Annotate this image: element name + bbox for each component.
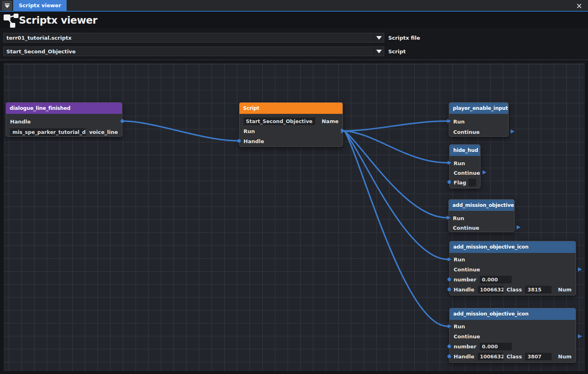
port-label-continue: Continue (453, 129, 480, 135)
port-icon1-continue-out[interactable] (578, 267, 582, 271)
port-label-run: Run (454, 323, 465, 330)
app-header: Scriptx viewer (0, 12, 588, 28)
num-label: Num (558, 354, 572, 360)
port-icon1-number-in[interactable] (448, 278, 451, 281)
node-title: hide_hud (453, 147, 478, 153)
port-label-run: Run (454, 257, 465, 263)
node-header[interactable]: add_mission_objective (449, 200, 514, 211)
node-header[interactable]: dialogue_line_finished (6, 103, 122, 114)
dropdown-arrow (374, 33, 384, 42)
port-label-handle: Handle (10, 119, 31, 125)
port-label-run: Run (453, 119, 465, 125)
page-title: Scriptx viewer (19, 14, 97, 26)
node-hide-hud[interactable]: hide_hud Run Continue Flag (449, 144, 481, 188)
field-label: Name (322, 118, 339, 124)
tab-scriptx-viewer[interactable]: Scriptx viewer (13, 0, 67, 11)
port-script-handle-in[interactable] (237, 139, 241, 143)
scriptx-file-label: Scriptx file (388, 35, 420, 41)
edge-script-run-to-player-enable-input[interactable] (345, 121, 447, 131)
port-label-flag: Flag (454, 180, 466, 186)
port-label-number: number (454, 344, 476, 350)
number-input[interactable]: 0.000 (480, 276, 512, 283)
node-dialogue-line-finished[interactable]: dialogue_line_finished Handle mis_spe_pa… (6, 102, 122, 137)
chevron-down-icon (376, 50, 382, 53)
port-label-handle: Handle (243, 138, 264, 144)
chevron-down-icon (5, 5, 10, 8)
script-name-input[interactable]: Start_Second_Objective (243, 117, 315, 125)
handle-input[interactable]: 1006632971 (478, 286, 503, 293)
port-label-handle: Handle (454, 354, 474, 360)
class-input[interactable]: 3815 (525, 286, 552, 293)
scriptx-file-select[interactable]: terr01_tutorial.scriptx (3, 33, 384, 42)
handle-input[interactable]: 1006632967 (478, 353, 503, 360)
script-select[interactable]: Start_Second_Objective (3, 46, 384, 56)
node-title: dialogue_line_finished (10, 105, 71, 111)
voice-line-input[interactable]: mis_spe_parker_tutorial_dan_ (10, 128, 86, 136)
node-graph-logo-icon (3, 13, 18, 28)
node-player-enable-input[interactable]: player_enable_input Run Continue (449, 102, 509, 137)
node-add-mission-objective-icon-1[interactable]: add_mission_objective_icon Run Continue … (449, 241, 576, 295)
port-dialogue-handle-out[interactable] (121, 119, 124, 123)
node-add-mission-objective[interactable]: add_mission_objective Run Continue (448, 199, 515, 232)
port-hide-hud-flag-in[interactable] (448, 180, 451, 184)
port-label-run: Run (453, 215, 464, 221)
node-header[interactable]: hide_hud (450, 145, 480, 156)
node-add-mission-objective-icon-2[interactable]: add_mission_objective_icon Run Continue … (449, 308, 576, 363)
port-label-run: Run (454, 160, 465, 166)
script-value: Start_Second_Objective (4, 49, 374, 55)
port-icon2-number-in[interactable] (448, 345, 451, 348)
filter-icon (5, 4, 10, 4)
node-title: Script (243, 105, 260, 111)
node-title: add_mission_objective_icon (453, 311, 529, 317)
node-header[interactable]: player_enable_input (449, 103, 508, 114)
port-label-handle: Handle (454, 287, 474, 293)
tab-label: Scriptx viewer (19, 2, 61, 8)
controls-panel: terr01_tutorial.scriptx Scriptx file Sta… (0, 28, 588, 60)
class-label: Class (507, 354, 522, 360)
edge-script-run-to-add-mission-objective[interactable] (345, 131, 447, 218)
flag-input[interactable] (468, 179, 476, 186)
port-icon2-continue-out[interactable] (578, 334, 582, 338)
scriptx-file-value: terr01_tutorial.scriptx (4, 35, 374, 41)
port-hide-hud-continue-out[interactable] (483, 170, 487, 174)
node-script[interactable]: Script Start_Second_Objective Name Run H… (239, 102, 343, 147)
graph-canvas[interactable]: dialogue_line_finished Handle mis_spe_pa… (4, 63, 585, 371)
node-header[interactable]: add_mission_objective_icon (450, 308, 576, 320)
port-icon1-handle-in[interactable] (448, 288, 451, 291)
node-header[interactable]: add_mission_objective_icon (450, 241, 576, 253)
port-label-continue: Continue (454, 170, 480, 176)
script-label: Script (388, 49, 406, 55)
close-icon: × (576, 1, 582, 10)
port-icon2-handle-in[interactable] (448, 355, 451, 358)
titlebar: Scriptx viewer × (0, 0, 588, 12)
node-title: player_enable_input (453, 105, 508, 111)
chevron-down-icon (376, 36, 382, 40)
port-label-continue: Continue (453, 225, 479, 231)
number-input[interactable]: 0.000 (480, 343, 512, 350)
port-add-mission-objective-continue-out[interactable] (517, 225, 521, 229)
edge-script-run-to-add-mission-objective-icon-2[interactable] (345, 131, 448, 327)
port-label-continue: Continue (454, 267, 480, 273)
close-button[interactable]: × (574, 1, 584, 10)
port-label-continue: Continue (454, 334, 480, 340)
collapse-tabs-button[interactable] (2, 1, 12, 10)
node-header[interactable]: Script (239, 103, 343, 114)
port-label-number: number (454, 277, 476, 283)
port-label-run: Run (243, 128, 255, 134)
port-player-continue-out[interactable] (511, 129, 515, 133)
class-label: Class (507, 287, 522, 293)
field-label: voice_line (89, 129, 118, 135)
dropdown-arrow (374, 47, 384, 56)
node-title: add_mission_objective (452, 202, 514, 208)
edge-script-run-to-add-mission-objective-icon-1[interactable] (345, 131, 448, 260)
num-label: Num (558, 287, 572, 293)
edge-dialogue-handle-to-script-handle[interactable] (122, 121, 237, 141)
node-title: add_mission_objective_icon (453, 244, 529, 250)
class-input[interactable]: 3807 (525, 353, 552, 360)
